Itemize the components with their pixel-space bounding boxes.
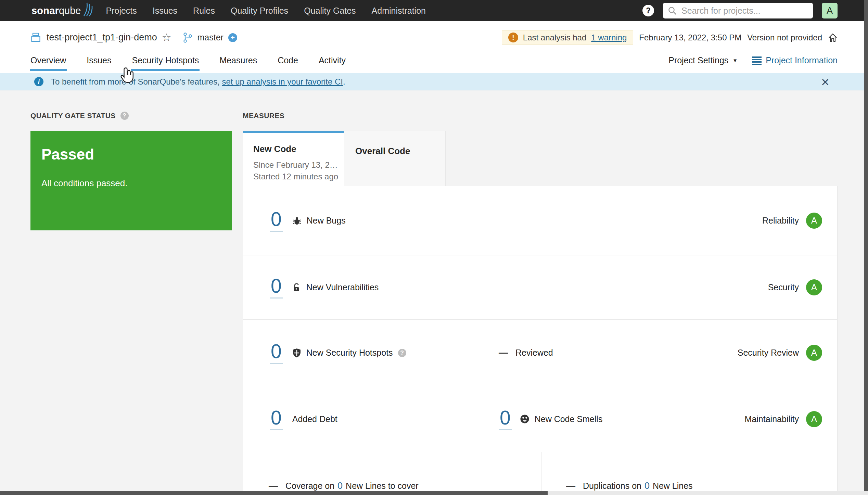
nav-item-issues[interactable]: Issues [153,6,177,16]
tab-security-hotspots[interactable]: Security Hotspots [132,55,199,71]
info-icon: i [34,77,43,86]
added-debt-label: Added Debt [292,414,337,424]
help-icon[interactable]: ? [642,5,654,16]
added-debt-value[interactable]: 0 [270,408,283,430]
measures-card: 0 New Bugs Reliability A [243,186,838,495]
user-avatar[interactable]: A [822,3,838,18]
tab-overview[interactable]: Overview [30,55,66,71]
coverage-suffix: New Lines to cover [346,481,419,491]
project-name: test-project1_tp1-gin-demo [47,32,157,43]
security-review-badge: A [806,345,822,361]
analysis-warning-pill: ! Last analysis had 1 warning [502,30,634,45]
search-icon [668,7,677,15]
warning-link[interactable]: 1 warning [591,33,627,42]
measure-row-maintainability: 0 Added Debt 0 New Code Smells [243,386,837,452]
navbar-right: ? A [642,3,838,18]
overview-content: QUALITY GATE STATUS ? Passed All conditi… [0,90,868,495]
favorite-star-icon[interactable]: ☆ [162,32,171,43]
quality-gate-help-icon[interactable]: ? [120,112,129,120]
duplications-value[interactable]: 0 [644,481,650,492]
home-icon[interactable] [828,33,838,42]
quality-gate-status: Passed [41,146,232,163]
banner-close-icon[interactable]: ✕ [821,76,830,89]
duplications-prefix: Duplications on [583,481,641,491]
reviewed-status: — Reviewed [499,347,553,358]
tab-issues[interactable]: Issues [87,55,111,71]
nav-item-administration[interactable]: Administration [372,6,426,16]
nav-item-rules[interactable]: Rules [193,6,215,16]
new-bugs-value[interactable]: 0 [270,210,283,232]
new-security-hotspots-label: New Security Hotspots [306,348,393,358]
banner-text: To benefit from more of SonarQube's feat… [51,77,220,87]
quality-gate-heading: QUALITY GATE STATUS ? [30,112,129,120]
tab-activity[interactable]: Activity [319,55,346,71]
project-information-label: Project Information [766,55,838,65]
code-smell-icon [520,414,529,424]
maintainability-label: Maintainability [745,414,799,424]
duplications-suffix: New Lines [653,481,693,491]
bug-icon [292,216,302,225]
add-branch-icon[interactable]: + [228,33,237,42]
analysis-meta: ! Last analysis had 1 warning February 1… [502,30,838,45]
list-icon [752,56,762,65]
tab-measures[interactable]: Measures [219,55,257,71]
metric-added-debt: 0 Added Debt [270,408,337,430]
horizontal-scrollbar-track[interactable] [0,491,868,495]
duplications-text: Duplications on 0 New Lines [583,481,693,491]
reviewed-label: Reviewed [515,348,553,358]
version-label: Version not provided [747,33,822,42]
project-information-button[interactable]: Project Information [752,55,838,65]
metric-new-code-smells: 0 New Code Smells [499,408,602,430]
nav-item-quality-gates[interactable]: Quality Gates [304,6,356,16]
security-label: Security [768,282,799,292]
search-input[interactable] [663,3,813,18]
nav-item-projects[interactable]: Projects [106,6,137,16]
banner-ci-link[interactable]: set up analysis in your favorite CI [222,77,343,87]
overall-code-label: Overall Code [355,146,445,156]
new-code-smells-label-group: New Code Smells [520,414,603,424]
new-code-smells-label: New Code Smells [535,414,603,424]
coverage-dash: — [269,481,277,491]
new-bugs-label-group: New Bugs [292,216,346,226]
measure-row-security-hotspots: 0 New Security Hotspots ? — Reviewed [243,320,837,386]
coverage-value[interactable]: 0 [337,481,343,492]
new-code-smells-value[interactable]: 0 [499,408,512,430]
hotspots-help-icon[interactable]: ? [398,349,406,357]
coverage-text: Coverage on 0 New Lines to cover [285,481,419,491]
coverage-duplications-row: — Coverage on 0 New Lines to cover — Dup… [243,452,837,495]
ci-setup-banner: i To benefit from more of SonarQube's fe… [0,73,868,90]
coverage-cell: — Coverage on 0 New Lines to cover [243,452,541,495]
duplications-dash: — [566,481,575,491]
new-vulnerabilities-label: New Vulnerabilities [306,282,379,292]
banner-suffix: . [343,77,345,87]
project-search [663,3,813,18]
vertical-scrollbar[interactable] [864,0,868,491]
new-code-label: New Code [253,144,344,154]
project-settings-dropdown[interactable]: Project Settings ▼ [668,55,738,65]
tab-code[interactable]: Code [278,55,298,71]
measures-heading: MEASURES [243,112,284,120]
project-settings-label: Project Settings [668,55,728,65]
new-security-hotspots-value[interactable]: 0 [270,342,283,364]
horizontal-scrollbar-thumb[interactable] [0,491,548,495]
branch-name[interactable]: master [197,33,223,42]
tab-new-code[interactable]: New Code Since February 13, 2… Started 1… [243,131,344,186]
maintainability-badge: A [806,411,822,427]
sonarqube-project-overview: sonarqube Projects Issues Rules Quality … [0,0,868,495]
project-header: test-project1_tp1-gin-demo ☆ master + ! … [0,21,868,73]
nav-item-quality-profiles[interactable]: Quality Profiles [231,6,288,16]
new-vulnerabilities-value[interactable]: 0 [270,276,283,299]
project-icon [30,32,41,43]
tab-overall-code[interactable]: Overall Code [344,131,446,186]
metric-new-bugs: 0 New Bugs [270,210,346,232]
sonarqube-logo[interactable]: sonarqube [31,5,93,16]
new-bugs-label: New Bugs [307,216,346,226]
measure-row-vulnerabilities: 0 New Vulnerabilities Security A [243,255,837,320]
security-review-rating: Security Review A [738,345,837,361]
lock-open-icon [292,283,301,292]
analysis-date: February 13, 2022, 3:50 PM [639,33,741,42]
reliability-badge: A [806,213,822,229]
measure-row-bugs: 0 New Bugs Reliability A [243,186,837,255]
new-vulnerabilities-label-group: New Vulnerabilities [292,282,379,292]
tabbar-right: Project Settings ▼ Project Information [668,55,838,65]
